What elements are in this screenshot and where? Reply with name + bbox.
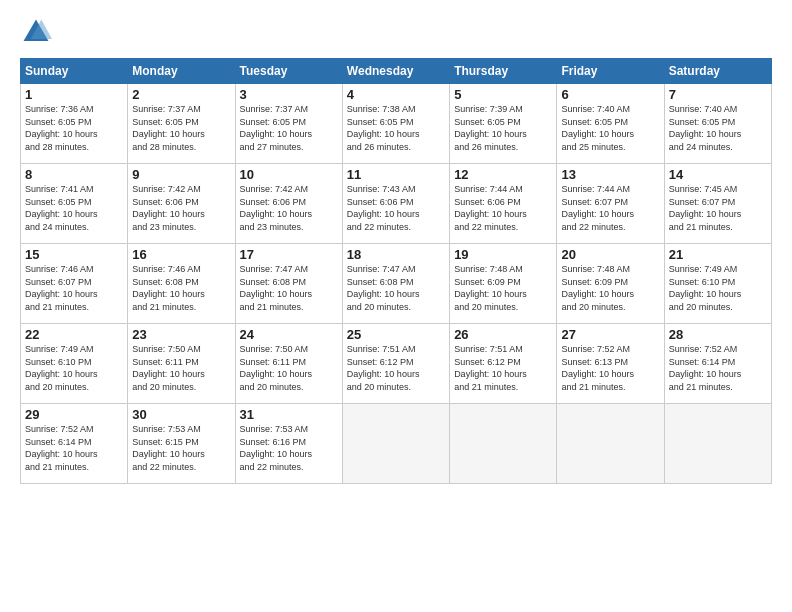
- calendar-cell: 19Sunrise: 7:48 AM Sunset: 6:09 PM Dayli…: [450, 244, 557, 324]
- weekday-header: Friday: [557, 59, 664, 84]
- day-number: 29: [25, 407, 123, 422]
- day-number: 16: [132, 247, 230, 262]
- calendar-week-row: 22Sunrise: 7:49 AM Sunset: 6:10 PM Dayli…: [21, 324, 772, 404]
- day-info: Sunrise: 7:42 AM Sunset: 6:06 PM Dayligh…: [240, 183, 338, 233]
- weekday-header: Sunday: [21, 59, 128, 84]
- calendar-cell: 11Sunrise: 7:43 AM Sunset: 6:06 PM Dayli…: [342, 164, 449, 244]
- calendar-cell: 15Sunrise: 7:46 AM Sunset: 6:07 PM Dayli…: [21, 244, 128, 324]
- day-number: 6: [561, 87, 659, 102]
- day-info: Sunrise: 7:47 AM Sunset: 6:08 PM Dayligh…: [240, 263, 338, 313]
- day-number: 17: [240, 247, 338, 262]
- day-info: Sunrise: 7:46 AM Sunset: 6:07 PM Dayligh…: [25, 263, 123, 313]
- calendar-week-row: 8Sunrise: 7:41 AM Sunset: 6:05 PM Daylig…: [21, 164, 772, 244]
- day-number: 25: [347, 327, 445, 342]
- day-info: Sunrise: 7:40 AM Sunset: 6:05 PM Dayligh…: [561, 103, 659, 153]
- day-info: Sunrise: 7:52 AM Sunset: 6:14 PM Dayligh…: [669, 343, 767, 393]
- calendar-cell: 8Sunrise: 7:41 AM Sunset: 6:05 PM Daylig…: [21, 164, 128, 244]
- day-number: 31: [240, 407, 338, 422]
- day-info: Sunrise: 7:49 AM Sunset: 6:10 PM Dayligh…: [669, 263, 767, 313]
- day-info: Sunrise: 7:51 AM Sunset: 6:12 PM Dayligh…: [454, 343, 552, 393]
- day-number: 8: [25, 167, 123, 182]
- day-number: 27: [561, 327, 659, 342]
- calendar-cell: 5Sunrise: 7:39 AM Sunset: 6:05 PM Daylig…: [450, 84, 557, 164]
- calendar-cell: 12Sunrise: 7:44 AM Sunset: 6:06 PM Dayli…: [450, 164, 557, 244]
- day-number: 19: [454, 247, 552, 262]
- day-info: Sunrise: 7:42 AM Sunset: 6:06 PM Dayligh…: [132, 183, 230, 233]
- calendar-cell: [664, 404, 771, 484]
- calendar-cell: 30Sunrise: 7:53 AM Sunset: 6:15 PM Dayli…: [128, 404, 235, 484]
- calendar: SundayMondayTuesdayWednesdayThursdayFrid…: [20, 58, 772, 484]
- day-info: Sunrise: 7:48 AM Sunset: 6:09 PM Dayligh…: [561, 263, 659, 313]
- day-number: 26: [454, 327, 552, 342]
- day-number: 7: [669, 87, 767, 102]
- calendar-cell: 18Sunrise: 7:47 AM Sunset: 6:08 PM Dayli…: [342, 244, 449, 324]
- calendar-cell: 29Sunrise: 7:52 AM Sunset: 6:14 PM Dayli…: [21, 404, 128, 484]
- calendar-cell: 23Sunrise: 7:50 AM Sunset: 6:11 PM Dayli…: [128, 324, 235, 404]
- day-number: 13: [561, 167, 659, 182]
- day-info: Sunrise: 7:45 AM Sunset: 6:07 PM Dayligh…: [669, 183, 767, 233]
- calendar-week-row: 29Sunrise: 7:52 AM Sunset: 6:14 PM Dayli…: [21, 404, 772, 484]
- day-number: 21: [669, 247, 767, 262]
- calendar-cell: 14Sunrise: 7:45 AM Sunset: 6:07 PM Dayli…: [664, 164, 771, 244]
- logo-icon: [20, 16, 52, 48]
- calendar-cell: 3Sunrise: 7:37 AM Sunset: 6:05 PM Daylig…: [235, 84, 342, 164]
- day-info: Sunrise: 7:53 AM Sunset: 6:16 PM Dayligh…: [240, 423, 338, 473]
- calendar-cell: 6Sunrise: 7:40 AM Sunset: 6:05 PM Daylig…: [557, 84, 664, 164]
- day-info: Sunrise: 7:50 AM Sunset: 6:11 PM Dayligh…: [132, 343, 230, 393]
- calendar-cell: 4Sunrise: 7:38 AM Sunset: 6:05 PM Daylig…: [342, 84, 449, 164]
- day-info: Sunrise: 7:46 AM Sunset: 6:08 PM Dayligh…: [132, 263, 230, 313]
- day-number: 20: [561, 247, 659, 262]
- day-number: 1: [25, 87, 123, 102]
- calendar-cell: [557, 404, 664, 484]
- weekday-header: Tuesday: [235, 59, 342, 84]
- calendar-cell: 2Sunrise: 7:37 AM Sunset: 6:05 PM Daylig…: [128, 84, 235, 164]
- calendar-cell: 22Sunrise: 7:49 AM Sunset: 6:10 PM Dayli…: [21, 324, 128, 404]
- calendar-cell: 27Sunrise: 7:52 AM Sunset: 6:13 PM Dayli…: [557, 324, 664, 404]
- day-number: 11: [347, 167, 445, 182]
- calendar-cell: 20Sunrise: 7:48 AM Sunset: 6:09 PM Dayli…: [557, 244, 664, 324]
- calendar-cell: 9Sunrise: 7:42 AM Sunset: 6:06 PM Daylig…: [128, 164, 235, 244]
- day-info: Sunrise: 7:49 AM Sunset: 6:10 PM Dayligh…: [25, 343, 123, 393]
- day-info: Sunrise: 7:52 AM Sunset: 6:13 PM Dayligh…: [561, 343, 659, 393]
- calendar-cell: 26Sunrise: 7:51 AM Sunset: 6:12 PM Dayli…: [450, 324, 557, 404]
- calendar-cell: 13Sunrise: 7:44 AM Sunset: 6:07 PM Dayli…: [557, 164, 664, 244]
- day-number: 15: [25, 247, 123, 262]
- day-number: 9: [132, 167, 230, 182]
- day-number: 5: [454, 87, 552, 102]
- day-number: 12: [454, 167, 552, 182]
- calendar-header-row: SundayMondayTuesdayWednesdayThursdayFrid…: [21, 59, 772, 84]
- weekday-header: Saturday: [664, 59, 771, 84]
- day-info: Sunrise: 7:47 AM Sunset: 6:08 PM Dayligh…: [347, 263, 445, 313]
- day-info: Sunrise: 7:48 AM Sunset: 6:09 PM Dayligh…: [454, 263, 552, 313]
- day-number: 18: [347, 247, 445, 262]
- calendar-week-row: 1Sunrise: 7:36 AM Sunset: 6:05 PM Daylig…: [21, 84, 772, 164]
- day-info: Sunrise: 7:52 AM Sunset: 6:14 PM Dayligh…: [25, 423, 123, 473]
- day-info: Sunrise: 7:39 AM Sunset: 6:05 PM Dayligh…: [454, 103, 552, 153]
- day-number: 3: [240, 87, 338, 102]
- day-number: 30: [132, 407, 230, 422]
- day-number: 23: [132, 327, 230, 342]
- day-number: 2: [132, 87, 230, 102]
- calendar-week-row: 15Sunrise: 7:46 AM Sunset: 6:07 PM Dayli…: [21, 244, 772, 324]
- logo: [20, 16, 56, 48]
- day-info: Sunrise: 7:43 AM Sunset: 6:06 PM Dayligh…: [347, 183, 445, 233]
- day-info: Sunrise: 7:38 AM Sunset: 6:05 PM Dayligh…: [347, 103, 445, 153]
- day-number: 22: [25, 327, 123, 342]
- day-info: Sunrise: 7:40 AM Sunset: 6:05 PM Dayligh…: [669, 103, 767, 153]
- weekday-header: Thursday: [450, 59, 557, 84]
- calendar-cell: 7Sunrise: 7:40 AM Sunset: 6:05 PM Daylig…: [664, 84, 771, 164]
- calendar-cell: 10Sunrise: 7:42 AM Sunset: 6:06 PM Dayli…: [235, 164, 342, 244]
- calendar-cell: 24Sunrise: 7:50 AM Sunset: 6:11 PM Dayli…: [235, 324, 342, 404]
- day-info: Sunrise: 7:37 AM Sunset: 6:05 PM Dayligh…: [240, 103, 338, 153]
- calendar-cell: 1Sunrise: 7:36 AM Sunset: 6:05 PM Daylig…: [21, 84, 128, 164]
- page: SundayMondayTuesdayWednesdayThursdayFrid…: [0, 0, 792, 612]
- weekday-header: Monday: [128, 59, 235, 84]
- calendar-cell: 21Sunrise: 7:49 AM Sunset: 6:10 PM Dayli…: [664, 244, 771, 324]
- calendar-cell: [450, 404, 557, 484]
- weekday-header: Wednesday: [342, 59, 449, 84]
- day-number: 4: [347, 87, 445, 102]
- day-info: Sunrise: 7:44 AM Sunset: 6:06 PM Dayligh…: [454, 183, 552, 233]
- day-number: 28: [669, 327, 767, 342]
- calendar-cell: 16Sunrise: 7:46 AM Sunset: 6:08 PM Dayli…: [128, 244, 235, 324]
- day-info: Sunrise: 7:51 AM Sunset: 6:12 PM Dayligh…: [347, 343, 445, 393]
